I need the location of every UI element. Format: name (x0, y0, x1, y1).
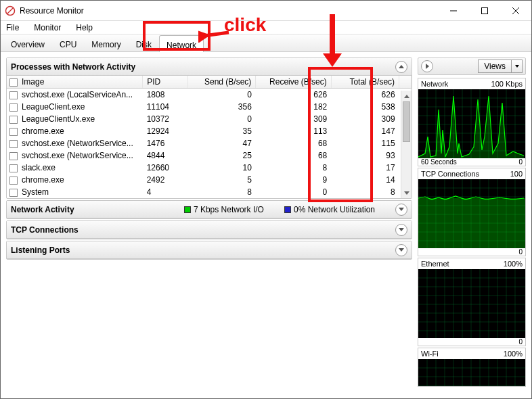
checkbox[interactable] (9, 91, 18, 99)
graph-wi-fi: Wi-Fi100% (418, 348, 526, 387)
graph-canvas (418, 179, 525, 248)
graphs-container: Network100 Kbps60 Seconds0TCP Connection… (418, 78, 526, 393)
section-activity-title: Network Activity (11, 205, 74, 214)
checkbox[interactable] (9, 103, 18, 112)
section-activity-header[interactable]: Network Activity 7 Kbps Network I/O 0% N… (7, 201, 412, 218)
views-label: Views (479, 62, 511, 71)
tab-cpu[interactable]: CPU (52, 34, 84, 51)
col-total[interactable]: Total (B/sec) (331, 76, 399, 89)
activity-util-label: 0% Network Utilization (294, 205, 375, 214)
graph-footer-left: 60 Seconds (421, 158, 457, 166)
swatch-blue-icon (284, 206, 291, 213)
checkbox[interactable] (9, 152, 18, 160)
right-pane-header: Views (418, 57, 526, 75)
app-icon (5, 5, 16, 16)
graph-title: Ethernet (421, 260, 449, 268)
graph-title: Network (421, 80, 448, 88)
graph-ethernet: Ethernet100%0 (418, 258, 526, 346)
menubar: File Monitor Help (1, 21, 531, 34)
table-row[interactable]: chrome.exe1292435113147 (7, 125, 412, 137)
chevron-down-icon[interactable] (395, 224, 407, 236)
table-row[interactable]: svchost.exe (NetworkService...1476476811… (7, 137, 412, 149)
minimize-button[interactable] (438, 1, 469, 21)
chevron-down-icon[interactable] (395, 204, 407, 216)
views-button[interactable]: Views (478, 60, 523, 73)
graph-network: Network100 Kbps60 Seconds0 (418, 78, 526, 166)
table-row[interactable]: svchost.exe (NetworkService...4844256893 (7, 149, 412, 162)
graph-footer-right: 0 (518, 158, 523, 166)
graph-canvas (418, 359, 525, 386)
section-listening: Listening Ports (6, 241, 412, 260)
graph-title: Wi-Fi (421, 350, 439, 358)
tabs: Overview CPU Memory Disk Network (1, 34, 531, 52)
col-recv[interactable]: Receive (B/sec) (256, 76, 331, 89)
checkbox[interactable] (9, 189, 18, 197)
graph-canvas (418, 89, 525, 158)
window: Resource Monitor File Monitor Help Overv… (0, 0, 532, 399)
section-listening-title: Listening Ports (11, 245, 70, 255)
section-processes-title: Processes with Network Activity (11, 62, 135, 72)
section-tcp-header[interactable]: TCP Connections (7, 221, 412, 239)
graph-title: TCP Connections (421, 170, 479, 178)
checkbox[interactable] (9, 177, 18, 185)
table-row[interactable]: chrome.exe24925914 (7, 174, 412, 186)
scroll-down-icon[interactable] (401, 187, 412, 198)
graph-footer-right: 0 (518, 338, 523, 346)
window-title: Resource Monitor (20, 6, 438, 16)
svg-rect-42 (418, 198, 525, 248)
right-pane: Views Network100 Kbps60 Seconds0TCP Conn… (418, 57, 526, 393)
menu-file[interactable]: File (3, 22, 22, 34)
scroll-thumb[interactable] (403, 101, 410, 142)
views-dropdown-icon[interactable] (511, 60, 522, 72)
titlebar: Resource Monitor (1, 1, 531, 21)
col-send[interactable]: Send (B/sec) (188, 76, 256, 89)
activity-io-label: 7 Kbps Network I/O (194, 205, 264, 214)
expand-icon[interactable] (421, 60, 433, 72)
svg-rect-3 (482, 7, 488, 14)
table-row[interactable]: svchost.exe (LocalServiceAn...1808062662… (7, 89, 412, 101)
tab-memory[interactable]: Memory (84, 34, 128, 51)
section-processes: Processes with Network Activity Image PI… (6, 57, 412, 199)
chevron-down-icon[interactable] (395, 244, 407, 256)
checkbox[interactable] (9, 140, 18, 148)
graph-tcp-connections: TCP Connections1000 (418, 168, 526, 256)
left-pane: Processes with Network Activity Image PI… (6, 57, 412, 393)
checkbox[interactable] (9, 116, 18, 124)
chevron-up-icon[interactable] (395, 61, 407, 73)
menu-monitor[interactable]: Monitor (31, 22, 64, 34)
col-pid[interactable]: PID (143, 76, 188, 89)
graph-scale: 100 (510, 170, 523, 178)
checkbox-all[interactable] (9, 78, 18, 87)
svg-line-1 (7, 8, 13, 14)
section-listening-header[interactable]: Listening Ports (7, 241, 412, 259)
graph-scale: 100 Kbps (491, 80, 523, 88)
table-wrap: Image PID Send (B/sec) Receive (B/sec) T… (7, 76, 412, 198)
process-table: Image PID Send (B/sec) Receive (B/sec) T… (7, 76, 412, 198)
tab-network[interactable]: Network (159, 35, 204, 52)
table-row[interactable]: LeagueClientUx.exe103720309309 (7, 113, 412, 125)
scroll-up-icon[interactable] (401, 91, 412, 101)
table-row[interactable]: System4808 (7, 186, 412, 198)
table-row[interactable]: LeagueClient.exe11104356182538 (7, 101, 412, 113)
section-activity: Network Activity 7 Kbps Network I/O 0% N… (6, 200, 412, 219)
graph-scale: 100% (504, 260, 523, 268)
maximize-button[interactable] (469, 1, 500, 21)
checkbox[interactable] (9, 164, 18, 172)
section-tcp-title: TCP Connections (11, 225, 79, 235)
section-processes-header[interactable]: Processes with Network Activity (7, 58, 412, 76)
content-area: Processes with Network Activity Image PI… (1, 52, 531, 398)
swatch-green-icon (184, 206, 191, 213)
graph-canvas (418, 269, 525, 338)
graph-footer-right: 0 (518, 248, 523, 256)
col-image[interactable]: Image (7, 76, 143, 89)
table-row[interactable]: slack.exe1266010817 (7, 162, 412, 174)
tab-overview[interactable]: Overview (3, 34, 52, 51)
close-button[interactable] (500, 1, 531, 21)
graph-scale: 100% (504, 350, 523, 358)
section-tcp: TCP Connections (6, 220, 412, 239)
checkbox[interactable] (9, 128, 18, 136)
vertical-scrollbar[interactable] (401, 91, 412, 198)
menu-help[interactable]: Help (73, 22, 95, 34)
tab-disk[interactable]: Disk (129, 34, 159, 51)
